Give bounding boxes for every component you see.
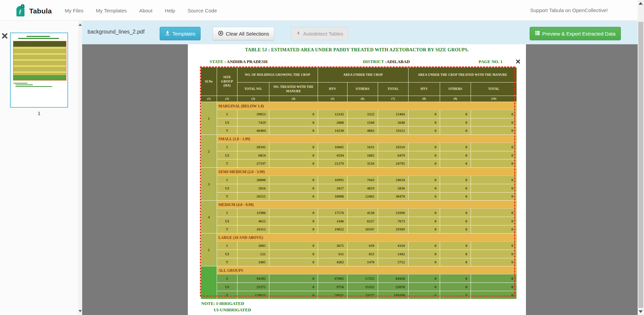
templates-button-label: Templates bbox=[172, 31, 195, 37]
document-title: TABLE 5J : ESTIMATED AREA UNDER PADDY TR… bbox=[188, 47, 526, 53]
pdf-page[interactable]: TABLE 5J : ESTIMATED AREA UNDER PADDY TR… bbox=[188, 44, 526, 315]
toolbar: background_lines_2.pdf Templates Clear A… bbox=[82, 21, 638, 44]
brand-title: Tabula bbox=[29, 7, 52, 15]
preview-export-button[interactable]: Preview & Export Extracted Data bbox=[530, 27, 621, 40]
save-template-icon bbox=[165, 31, 170, 37]
window-scroll-down-icon[interactable] bbox=[639, 310, 643, 313]
page-no-label: PAGE NO. 1 bbox=[479, 59, 502, 64]
window-scroll-up-icon[interactable] bbox=[639, 2, 643, 5]
nav-links: My Files My Templates About Help Source … bbox=[65, 0, 217, 21]
nav-item-source-code[interactable]: Source Code bbox=[187, 8, 217, 13]
state-label: STATE : bbox=[210, 59, 226, 64]
selection-close-icon[interactable] bbox=[516, 59, 520, 65]
nav-item-my-templates[interactable]: My Templates bbox=[96, 8, 127, 13]
clear-button-label: Clear All Selections bbox=[226, 31, 269, 37]
nav-item-help[interactable]: Help bbox=[165, 8, 175, 13]
remove-circle-icon bbox=[218, 31, 223, 37]
document-viewer: TABLE 5J : ESTIMATED AREA UNDER PADDY TR… bbox=[82, 44, 638, 315]
lightning-bolt-icon bbox=[296, 31, 301, 37]
templates-button[interactable]: Templates bbox=[160, 27, 201, 40]
svg-text:ƒ: ƒ bbox=[19, 9, 21, 14]
district-value: ADILABAD bbox=[386, 59, 410, 64]
current-filename: background_lines_2.pdf bbox=[88, 29, 145, 35]
sidebar-scroll-down-icon[interactable] bbox=[78, 310, 82, 312]
district-label: DISTRICT : bbox=[363, 59, 386, 64]
page-1-thumbnail[interactable] bbox=[10, 33, 68, 108]
nav-item-my-files[interactable]: My Files bbox=[65, 8, 84, 13]
page-thumbnail-sidebar: 1 bbox=[0, 21, 78, 315]
table-selection-box[interactable] bbox=[200, 66, 515, 297]
window-scrollbar bbox=[638, 0, 644, 315]
tabula-home-link[interactable]: ƒ Tabula bbox=[14, 4, 52, 18]
sidebar-scroll-up-icon[interactable] bbox=[78, 23, 82, 26]
tabula-logo-icon: ƒ bbox=[14, 4, 26, 18]
clear-all-selections-button[interactable]: Clear All Selections bbox=[213, 27, 274, 40]
support-opencollective-link[interactable]: Support Tabula on OpenCollective! bbox=[530, 7, 608, 13]
autodetect-button-label: Autodetect Tables bbox=[303, 31, 343, 37]
state-value: ANDHRA PRADESH bbox=[227, 59, 268, 64]
sidebar-scrollbar bbox=[78, 21, 82, 315]
note-line-1: NOTE: I-IRRIGATED bbox=[201, 301, 244, 306]
window-scrollbar-thumb[interactable] bbox=[638, 22, 643, 308]
export-button-label: Preview & Export Extracted Data bbox=[542, 31, 615, 37]
thumbnail-page-number: 1 bbox=[10, 110, 68, 116]
table-list-icon bbox=[535, 31, 540, 37]
nav-item-about[interactable]: About bbox=[139, 8, 152, 13]
autodetect-tables-button[interactable]: Autodetect Tables bbox=[291, 27, 348, 40]
thumbnail-preview bbox=[11, 34, 67, 106]
note-line-2: UI-UNIRRIGATED bbox=[214, 307, 251, 313]
navbar: ƒ Tabula My Files My Templates About Hel… bbox=[0, 0, 638, 21]
remove-file-icon[interactable] bbox=[2, 33, 8, 40]
